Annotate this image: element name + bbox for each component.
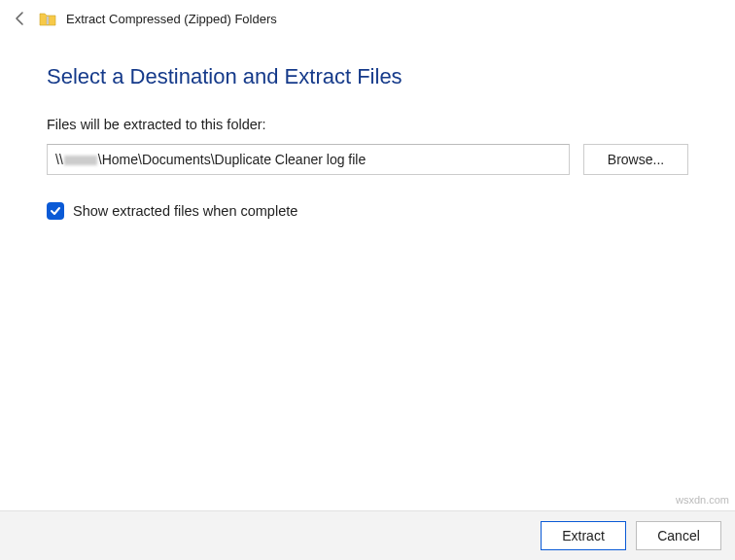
destination-label: Files will be extracted to this folder: — [47, 117, 688, 132]
dialog-footer: Extract Cancel — [0, 510, 735, 560]
browse-button[interactable]: Browse... — [583, 144, 688, 175]
watermark: wsxdn.com — [676, 494, 729, 506]
extract-button[interactable]: Extract — [541, 521, 626, 550]
back-arrow-icon[interactable] — [12, 10, 29, 27]
show-extracted-label: Show extracted files when complete — [73, 203, 298, 219]
redacted-segment — [64, 156, 97, 165]
page-heading: Select a Destination and Extract Files — [47, 64, 688, 89]
show-extracted-checkbox[interactable] — [47, 202, 64, 220]
window-title: Extract Compressed (Zipped) Folders — [66, 12, 277, 26]
path-prefix: \\ — [55, 152, 63, 167]
destination-path-input[interactable]: \\\Home\Documents\Duplicate Cleaner log … — [47, 144, 570, 175]
cancel-button[interactable]: Cancel — [636, 521, 721, 550]
path-suffix: \Home\Documents\Duplicate Cleaner log fi… — [98, 152, 366, 167]
zipped-folder-icon — [39, 11, 56, 26]
